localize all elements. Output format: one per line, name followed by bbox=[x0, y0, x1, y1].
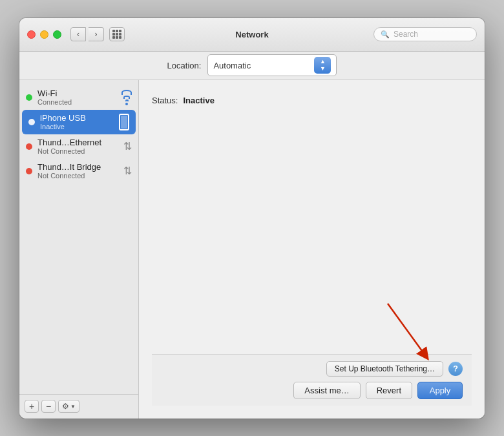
sidebar-item-thunder-ethernet[interactable]: Thund…Ethernet Not Connected ⇅ bbox=[19, 134, 138, 159]
revert-button[interactable]: Revert bbox=[366, 382, 412, 399]
help-button[interactable]: ? bbox=[448, 362, 463, 376]
nav-buttons: ‹ › bbox=[70, 27, 104, 41]
thunder-bridge-name: Thund…It Bridge bbox=[37, 162, 118, 172]
iphone-usb-info: iPhone USB Inactive bbox=[40, 113, 114, 130]
remove-network-button[interactable]: − bbox=[41, 400, 56, 413]
gear-menu-button[interactable]: ⚙ ▼ bbox=[58, 400, 79, 413]
stepper-up-icon: ▲ bbox=[320, 59, 326, 65]
iphone-icon bbox=[119, 114, 129, 130]
sidebar: Wi-Fi Connected iPhone USB In bbox=[19, 80, 139, 419]
location-stepper[interactable]: ▲ ▼ bbox=[314, 57, 331, 74]
titlebar: ‹ › Network 🔍 Search bbox=[19, 18, 485, 52]
window-title: Network bbox=[235, 30, 268, 39]
wifi-name: Wi-Fi bbox=[37, 88, 116, 98]
thunder-bridge-status-dot bbox=[26, 168, 32, 174]
status-value: Inactive bbox=[183, 96, 214, 105]
thunder-ethernet-info: Thund…Ethernet Not Connected bbox=[37, 138, 118, 155]
thunder-ethernet-name: Thund…Ethernet bbox=[37, 138, 118, 147]
gear-icon: ⚙ bbox=[62, 402, 69, 411]
grid-button[interactable] bbox=[109, 27, 125, 41]
sidebar-footer: + − ⚙ ▼ bbox=[19, 394, 138, 419]
detail-spacer bbox=[152, 105, 472, 354]
thunder-ethernet-status-dot bbox=[26, 143, 32, 150]
iphone-usb-name: iPhone USB bbox=[40, 113, 114, 123]
add-network-button[interactable]: + bbox=[25, 400, 39, 413]
apply-button[interactable]: Apply bbox=[417, 382, 463, 399]
thunder-ethernet-status: Not Connected bbox=[37, 147, 118, 155]
minimize-button[interactable] bbox=[40, 30, 48, 39]
chevron-down-icon: ▼ bbox=[70, 404, 76, 410]
wifi-status: Connected bbox=[37, 98, 116, 106]
status-label: Status: bbox=[152, 96, 178, 105]
status-row: Status: Inactive bbox=[152, 96, 472, 105]
search-icon: 🔍 bbox=[381, 30, 390, 39]
back-button[interactable]: ‹ bbox=[70, 27, 86, 41]
assist-me-button[interactable]: Assist me… bbox=[293, 382, 360, 399]
stepper-down-icon: ▼ bbox=[320, 66, 326, 72]
iphone-usb-status: Inactive bbox=[40, 123, 114, 130]
sidebar-list: Wi-Fi Connected iPhone USB In bbox=[19, 80, 138, 394]
bottom-action-area: Set Up Bluetooth Tethering… ? Assist me…… bbox=[152, 354, 472, 406]
maximize-button[interactable] bbox=[53, 30, 61, 39]
location-value: Automatic bbox=[213, 61, 251, 70]
detail-pane: Status: Inactive Set Up Bluetooth Tether… bbox=[139, 80, 485, 419]
bluetooth-row: Set Up Bluetooth Tethering… ? bbox=[161, 361, 463, 377]
toolbar: Location: Automatic ▲ ▼ bbox=[19, 52, 485, 80]
close-button[interactable] bbox=[27, 30, 36, 39]
sidebar-item-iphone-usb[interactable]: iPhone USB Inactive bbox=[22, 110, 136, 134]
forward-button[interactable]: › bbox=[89, 27, 104, 41]
bluetooth-tethering-button[interactable]: Set Up Bluetooth Tethering… bbox=[326, 361, 443, 377]
location-select[interactable]: Automatic ▲ ▼ bbox=[207, 54, 337, 76]
iphone-usb-status-dot bbox=[28, 119, 35, 125]
bridge-ethernet-icon: ⇅ bbox=[123, 165, 132, 177]
ethernet-icon: ⇅ bbox=[123, 140, 132, 152]
location-label: Location: bbox=[167, 61, 202, 70]
wifi-status-dot bbox=[26, 94, 32, 101]
main-content: Wi-Fi Connected iPhone USB In bbox=[19, 80, 485, 419]
grid-icon bbox=[112, 30, 121, 39]
thunder-bridge-info: Thund…It Bridge Not Connected bbox=[37, 162, 118, 180]
main-window: ‹ › Network 🔍 Search Location: Automatic… bbox=[19, 18, 485, 419]
search-input[interactable]: Search bbox=[394, 30, 418, 39]
sidebar-item-wifi[interactable]: Wi-Fi Connected bbox=[19, 85, 138, 110]
sidebar-item-thunder-bridge[interactable]: Thund…It Bridge Not Connected ⇅ bbox=[19, 159, 138, 183]
wifi-info: Wi-Fi Connected bbox=[37, 88, 116, 106]
search-box[interactable]: 🔍 Search bbox=[373, 27, 477, 41]
action-row: Assist me… Revert Apply bbox=[161, 382, 463, 399]
thunder-bridge-status: Not Connected bbox=[37, 172, 118, 180]
traffic-lights bbox=[27, 30, 61, 39]
wifi-icon bbox=[121, 90, 132, 105]
